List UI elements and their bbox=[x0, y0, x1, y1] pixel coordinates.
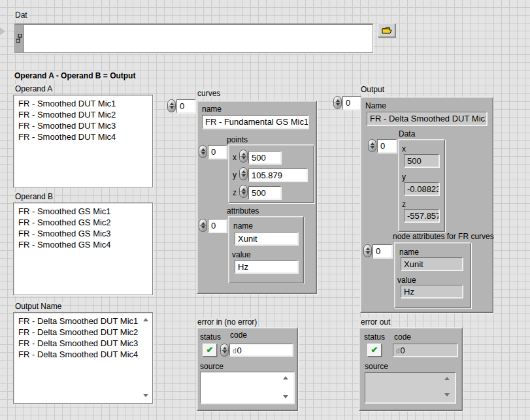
radix-indicator: d bbox=[233, 347, 237, 355]
node-attribute-name-label: name bbox=[399, 248, 419, 257]
scroll-down-icon[interactable] bbox=[283, 395, 288, 398]
attributes-index-field[interactable]: 0 bbox=[208, 219, 227, 233]
node-attributes-index-spinner[interactable] bbox=[363, 244, 372, 257]
data-x-field: 500 bbox=[404, 154, 439, 167]
point-y-spinner[interactable] bbox=[239, 167, 248, 180]
list-item[interactable]: FR - Smoothed DUT Mic4 bbox=[18, 131, 152, 142]
error-out-status-indicator: ✔ bbox=[367, 344, 382, 357]
error-out-code-field: d0 bbox=[393, 344, 457, 357]
error-out-label: error out bbox=[359, 317, 391, 327]
list-item[interactable]: FR - Smoothed GS Mic2 bbox=[18, 217, 152, 228]
curves-index-field[interactable]: 0 bbox=[176, 99, 195, 113]
points-index-field[interactable]: 0 bbox=[208, 145, 227, 159]
node-attributes-index-field[interactable]: 0 bbox=[373, 244, 392, 258]
path-symbol-icon bbox=[16, 34, 22, 43]
point-y-field[interactable]: 105.879 bbox=[248, 169, 307, 182]
error-in-code-spinner[interactable] bbox=[220, 344, 229, 357]
radix-indicator: d bbox=[396, 347, 400, 355]
point-z-field[interactable]: 500 bbox=[248, 186, 281, 199]
curve-name-label: name bbox=[202, 105, 222, 114]
error-in-source-box[interactable] bbox=[200, 372, 294, 404]
scroll-down-icon[interactable] bbox=[143, 394, 148, 397]
curves-label: curves bbox=[196, 89, 222, 98]
output-name-listbox[interactable]: FR - Delta Smoothed DUT Mic1FR - Delta S… bbox=[13, 312, 153, 404]
operand-a-label: Operand A bbox=[14, 84, 54, 93]
data-label: Data bbox=[399, 129, 415, 138]
list-item[interactable]: FR - Smoothed DUT Mic3 bbox=[18, 120, 152, 131]
check-icon: ✔ bbox=[371, 345, 378, 355]
points-index-spinner[interactable] bbox=[199, 145, 207, 158]
point-z-label: z bbox=[233, 188, 237, 197]
node-attribute-value-label: value bbox=[397, 276, 416, 285]
error-in-status-checkbox[interactable]: ✔ bbox=[203, 344, 217, 357]
data-index-field[interactable]: 0 bbox=[377, 139, 397, 153]
attribute-value-label: value bbox=[232, 250, 251, 259]
error-out-source-label: source bbox=[365, 362, 388, 371]
output-name-field-label: Name bbox=[365, 101, 386, 110]
point-z-spinner[interactable] bbox=[239, 185, 248, 198]
output-label: Output bbox=[359, 85, 386, 94]
list-item[interactable]: FR - Smoothed DUT Mic1 bbox=[18, 98, 152, 109]
point-x-spinner[interactable] bbox=[239, 150, 248, 163]
operand-b-listbox[interactable]: FR - Smoothed GS Mic1FR - Smoothed GS Mi… bbox=[13, 202, 153, 295]
scroll-up-icon[interactable] bbox=[143, 318, 148, 321]
attributes-index-spinner[interactable] bbox=[199, 219, 207, 232]
curve-name-field[interactable]: FR - Fundamental GS Mic1 bbox=[202, 115, 308, 129]
labview-front-panel: Dat Operand A - Operand B = Output Opera… bbox=[0, 0, 530, 420]
data-index-spinner[interactable] bbox=[368, 139, 376, 152]
folder-icon bbox=[382, 27, 392, 34]
scroll-up-icon[interactable] bbox=[444, 377, 450, 380]
browse-button[interactable] bbox=[378, 24, 395, 37]
file-path-input[interactable] bbox=[14, 24, 373, 53]
list-item[interactable]: FR - Delta Smoothed DUT Mic1 bbox=[18, 315, 152, 327]
list-item[interactable]: FR - Smoothed GS Mic4 bbox=[18, 239, 152, 250]
error-in-status-label: status bbox=[200, 332, 221, 342]
output-index-spinner[interactable] bbox=[333, 96, 342, 109]
scroll-down-icon[interactable] bbox=[444, 393, 450, 396]
point-x-field[interactable]: 500 bbox=[248, 151, 281, 164]
data-y-field: -0.08823 bbox=[404, 182, 439, 195]
list-item[interactable]: FR - Delta Smoothed DUT Mic4 bbox=[18, 349, 152, 360]
error-in-source-label: source bbox=[200, 362, 224, 371]
points-label: points bbox=[227, 135, 248, 144]
data-z-field: -557.857 bbox=[404, 209, 439, 222]
data-y-label: y bbox=[402, 172, 406, 182]
operand-b-label: Operand B bbox=[14, 192, 54, 201]
panel-origin-arrow bbox=[0, 27, 5, 35]
data-x-label: x bbox=[402, 144, 406, 153]
list-item[interactable]: FR - Delta Smoothed DUT Mic2 bbox=[18, 327, 152, 338]
error-in-code-label: code bbox=[230, 331, 247, 340]
error-out-status-label: status bbox=[364, 332, 385, 342]
error-in-label: error in (no error) bbox=[196, 317, 258, 327]
curves-index-spinner[interactable] bbox=[167, 99, 176, 112]
list-item[interactable]: FR - Smoothed GS Mic3 bbox=[18, 228, 152, 239]
path-control-label: Dat bbox=[14, 10, 29, 20]
operand-a-listbox[interactable]: FR - Smoothed DUT Mic1FR - Smoothed DUT … bbox=[13, 95, 153, 187]
attribute-name-label: name bbox=[233, 221, 253, 231]
node-attributes-label: node attributes for FR curves bbox=[393, 232, 494, 241]
data-z-label: z bbox=[402, 200, 406, 209]
output-name-label: Output Name bbox=[14, 302, 63, 311]
list-item[interactable]: FR - Smoothed DUT Mic2 bbox=[18, 109, 152, 120]
node-attribute-value-field: Hz bbox=[401, 285, 463, 298]
list-item[interactable]: FR - Delta Smoothed DUT Mic3 bbox=[18, 338, 152, 349]
error-out-source-box bbox=[365, 372, 455, 403]
point-x-label: x bbox=[233, 153, 237, 162]
error-in-code-field[interactable]: d0 bbox=[229, 344, 293, 356]
attribute-value-field[interactable]: Hz bbox=[235, 260, 298, 273]
scroll-up-icon[interactable] bbox=[283, 376, 288, 380]
attribute-name-field[interactable]: Xunit bbox=[235, 232, 298, 245]
check-icon: ✔ bbox=[207, 345, 214, 355]
output-name-field: FR - Delta Smoothed DUT Mic1 bbox=[367, 112, 487, 125]
list-item[interactable]: FR - Smoothed GS Mic1 bbox=[18, 206, 152, 217]
section-heading: Operand A - Operand B = Output bbox=[13, 71, 137, 80]
output-index-field[interactable]: 0 bbox=[342, 96, 361, 110]
path-type-strip[interactable] bbox=[15, 25, 24, 52]
error-out-code-label: code bbox=[394, 332, 411, 342]
point-y-label: y bbox=[233, 170, 237, 180]
node-attribute-name-field: Xunit bbox=[401, 257, 463, 270]
attributes-label: attributes bbox=[227, 206, 259, 216]
